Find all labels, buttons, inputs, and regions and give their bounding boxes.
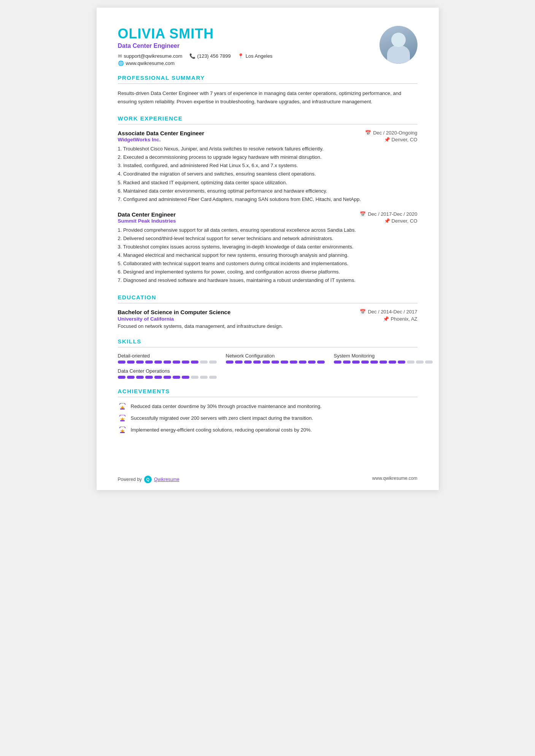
- website-contact: 🌐 www.qwikresume.com: [118, 60, 175, 66]
- summary-section: PROFESSIONAL SUMMARY Results-driven Data…: [118, 74, 418, 106]
- location-icon: 📍: [238, 53, 244, 59]
- skill-dot: [127, 361, 135, 364]
- skill-dot: [389, 361, 396, 364]
- job-2: Data Center Engineer 📅 Dec / 2017-Dec / …: [118, 211, 418, 285]
- skill-dot: [317, 361, 325, 364]
- skill-dot: [379, 361, 387, 364]
- skill-4-bar: [118, 376, 217, 379]
- footer-website: www.qwikresume.com: [372, 476, 418, 483]
- experience-section: WORK EXPERIENCE Associate Data Center En…: [118, 115, 418, 285]
- experience-divider: [118, 124, 418, 125]
- achievement-icon-2: [118, 415, 127, 422]
- bullet-2-7: 7. Diagnosed and resolved software and h…: [118, 276, 418, 285]
- resume-page: OLIVIA SMITH Data Center Engineer ✉ supp…: [97, 8, 439, 490]
- skill-dot: [127, 376, 135, 379]
- achievements-divider: [118, 397, 418, 397]
- calendar-icon-1: 📅: [365, 130, 371, 136]
- bullet-1-7: 7. Configured and administered Fiber Car…: [118, 195, 418, 204]
- job-2-header: Data Center Engineer 📅 Dec / 2017-Dec / …: [118, 211, 418, 218]
- skill-dot: [343, 361, 351, 364]
- phone-icon: 📞: [189, 53, 195, 59]
- candidate-name: OLIVIA SMITH: [118, 26, 273, 42]
- achievement-2: Successfully migrated over 200 servers w…: [118, 414, 418, 422]
- location-contact: 📍 Los Angeles: [238, 53, 273, 59]
- experience-title: WORK EXPERIENCE: [118, 115, 418, 122]
- skill-dot: [226, 361, 233, 364]
- achievements-title: ACHIEVEMENTS: [118, 388, 418, 394]
- bullet-2-3: 3. Troubleshot complex issues across sys…: [118, 243, 418, 251]
- skill-dot: [191, 361, 198, 364]
- job-1: Associate Data Center Engineer 📅 Dec / 2…: [118, 130, 418, 204]
- powered-by-label: Powered by: [118, 477, 142, 482]
- achievements-section: ACHIEVEMENTS Reduced data center downtim…: [118, 388, 418, 434]
- email-contact: ✉ support@qwikresume.com: [118, 53, 183, 59]
- skill-dot: [173, 376, 180, 379]
- skill-dot: [154, 361, 162, 364]
- avatar-image: [379, 26, 418, 64]
- skills-title: SKILLS: [118, 338, 418, 345]
- skill-3-bar: [334, 361, 433, 364]
- skill-dot: [209, 361, 217, 364]
- bullet-1-4: 4. Coordinated the migration of servers …: [118, 170, 418, 178]
- job-2-location: 📌 Denver, CO: [384, 218, 418, 224]
- email-icon: ✉: [118, 53, 122, 59]
- skill-dot: [145, 361, 153, 364]
- skill-dot: [361, 361, 369, 364]
- avatar: [379, 26, 418, 64]
- skills-section: SKILLS Detail-oriented: [118, 338, 418, 379]
- skill-dot: [407, 361, 414, 364]
- achievement-3-text: Implemented energy-efficient cooling sol…: [131, 426, 312, 434]
- edu-1-degree: Bachelor of Science in Computer Science: [118, 309, 231, 315]
- bullet-1-3: 3. Installed, configured, and administer…: [118, 161, 418, 170]
- footer-brand: Powered by Q Qwikresume: [118, 476, 179, 483]
- skill-dot: [191, 376, 198, 379]
- achievement-1: Reduced data center downtime by 30% thro…: [118, 403, 418, 411]
- website-value: www.qwikresume.com: [126, 60, 175, 66]
- skill-dot: [370, 361, 378, 364]
- svg-rect-3: [120, 420, 125, 421]
- bullet-2-4: 4. Managed electrical and mechanical sup…: [118, 251, 418, 259]
- skill-dot: [200, 376, 208, 379]
- skill-4: Data Center Operations: [118, 368, 217, 379]
- skill-2-name: Network Configuration: [226, 353, 325, 359]
- skill-dot: [209, 376, 217, 379]
- education-section: EDUCATION Bachelor of Science in Compute…: [118, 294, 418, 329]
- skill-dot: [290, 361, 297, 364]
- skill-dot: [164, 361, 171, 364]
- footer: Powered by Q Qwikresume www.qwikresume.c…: [97, 476, 439, 483]
- contact-row-2: 🌐 www.qwikresume.com: [118, 60, 273, 66]
- edu-1-school: University of California: [118, 316, 174, 322]
- skill-dot: [164, 376, 171, 379]
- bullet-2-5: 5. Collaborated with technical support t…: [118, 259, 418, 268]
- skill-3: System Monitoring: [334, 353, 433, 364]
- pin-icon-1: 📌: [384, 137, 390, 142]
- skill-dot: [281, 361, 288, 364]
- job-2-date: 📅 Dec / 2017-Dec / 2020: [360, 211, 417, 217]
- skill-dot: [173, 361, 180, 364]
- brand-name[interactable]: Qwikresume: [154, 477, 179, 482]
- edu-1-description: Focused on network systems, data managem…: [118, 323, 418, 329]
- skill-4-name: Data Center Operations: [118, 368, 217, 374]
- skills-grid: Detail-oriented Network Configur: [118, 353, 418, 379]
- svg-rect-1: [120, 408, 125, 410]
- skill-dot: [416, 361, 424, 364]
- skill-dot: [182, 361, 189, 364]
- job-1-bullets: 1. Troubleshot Cisco Nexus, Juniper, and…: [118, 145, 418, 204]
- job-2-company: Summit Peak Industries: [118, 218, 176, 224]
- skill-dot: [145, 376, 153, 379]
- skill-dot: [352, 361, 360, 364]
- bullet-1-2: 2. Executed a decommissioning process to…: [118, 153, 418, 161]
- skill-dot: [154, 376, 162, 379]
- skill-dot: [398, 361, 405, 364]
- skill-dot: [182, 376, 189, 379]
- job-1-company: WidgetWorks Inc.: [118, 137, 161, 142]
- skill-dot: [200, 361, 208, 364]
- email-value: support@qwikresume.com: [124, 53, 183, 59]
- skill-dot: [253, 361, 261, 364]
- skill-dot: [308, 361, 316, 364]
- skill-2-bar: [226, 361, 325, 364]
- achievement-1-text: Reduced data center downtime by 30% thro…: [131, 403, 322, 410]
- summary-text: Results-driven Data Center Engineer with…: [118, 89, 418, 106]
- job-2-sub: Summit Peak Industries 📌 Denver, CO: [118, 218, 418, 224]
- achievement-icon-1: [118, 403, 127, 411]
